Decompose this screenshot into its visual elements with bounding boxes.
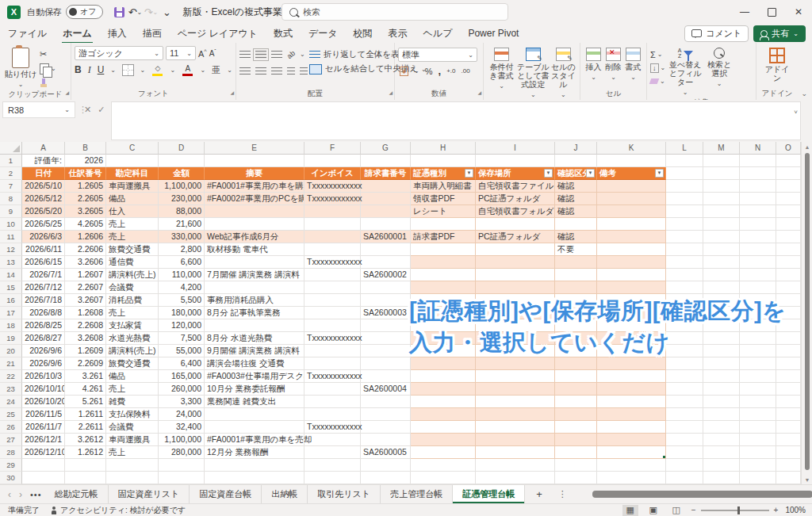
cell[interactable] (304, 345, 361, 357)
row-header-29[interactable]: 29 (0, 459, 22, 472)
cell[interactable] (666, 256, 703, 269)
cell[interactable] (106, 155, 159, 167)
cell[interactable]: 1.2611 (65, 408, 106, 421)
cell[interactable]: 2026/8/27 (22, 332, 65, 345)
cell[interactable]: 車両運搬具 (106, 180, 159, 193)
cell[interactable] (476, 459, 555, 472)
cell[interactable] (476, 434, 555, 446)
cell[interactable]: PC証憑フォルダ (476, 193, 555, 205)
cell[interactable]: 保存場所▼ (476, 167, 555, 180)
cell[interactable] (703, 408, 740, 421)
cell[interactable]: 4,200 (159, 281, 205, 294)
cancel-entry-button[interactable]: ✕ (84, 105, 91, 115)
cell[interactable] (740, 459, 776, 472)
cell[interactable] (703, 421, 740, 434)
column-header-E[interactable]: E (205, 142, 304, 155)
save-button[interactable] (111, 4, 127, 20)
select-all-corner[interactable] (0, 142, 22, 155)
cell[interactable] (740, 205, 776, 218)
cell[interactable] (666, 396, 703, 408)
cell[interactable] (703, 383, 740, 396)
zoom-slider-thumb[interactable] (737, 506, 740, 514)
cell[interactable] (361, 472, 411, 484)
cell[interactable]: 雑費 (106, 396, 159, 408)
cell[interactable] (597, 218, 666, 231)
cell[interactable] (555, 434, 597, 446)
cell[interactable] (361, 193, 411, 205)
ribbon-tab-ページ レイアウト[interactable]: ページ レイアウト (170, 25, 265, 43)
cell[interactable]: 7,500 (159, 332, 205, 345)
cell[interactable] (205, 472, 304, 484)
column-header-I[interactable]: I (476, 142, 555, 155)
cell[interactable] (666, 243, 703, 256)
currency-format-button[interactable]: ¥ (400, 67, 408, 76)
cell[interactable]: 自宅領収書フォルダ (476, 205, 555, 218)
underline-button[interactable]: U (98, 64, 105, 75)
horizontal-scrollbar[interactable]: ▶ (578, 491, 809, 498)
cell[interactable]: 2026/7/12 (22, 281, 65, 294)
cell[interactable] (597, 193, 666, 205)
cell[interactable]: 2026/5/10 (22, 180, 65, 193)
cell[interactable] (411, 269, 476, 281)
sheet-tab-出納帳[interactable]: 出納帳 (262, 485, 308, 503)
cell[interactable] (476, 281, 555, 294)
cell[interactable]: 旅費交通費 (106, 357, 159, 370)
row-header-30[interactable]: 30 (0, 472, 22, 484)
cell[interactable] (205, 421, 304, 434)
undo-button[interactable]: ↶⌄ (127, 4, 143, 20)
row-header-20[interactable]: 20 (0, 345, 22, 357)
cell[interactable]: 2026/5/25 (22, 218, 65, 231)
cell[interactable] (740, 155, 776, 167)
cell[interactable]: 2,800 (159, 243, 205, 256)
column-header-M[interactable]: M (703, 142, 740, 155)
cell[interactable] (666, 383, 703, 396)
ribbon-tab-数式[interactable]: 数式 (266, 25, 300, 43)
cell[interactable] (411, 155, 476, 167)
column-header-D[interactable]: D (159, 142, 205, 155)
dialog-launcher-icon[interactable]: ◢ (477, 88, 481, 98)
cell[interactable] (555, 421, 597, 434)
cell[interactable] (361, 180, 411, 193)
cell[interactable]: 2026 (65, 155, 106, 167)
increase-decimal-button[interactable]: +.0 (446, 67, 455, 75)
cell[interactable]: 水道光熱費 (106, 332, 159, 345)
cell[interactable]: 3.2612 (65, 434, 106, 446)
cell[interactable] (703, 446, 740, 459)
cell[interactable]: 業務関連 雑費支出 (205, 396, 304, 408)
align-top-button[interactable] (239, 51, 251, 59)
cell[interactable]: 3.2607 (65, 294, 106, 307)
font-color-button[interactable]: A (182, 63, 193, 76)
cell[interactable]: 確認 (555, 180, 597, 193)
cell[interactable] (361, 294, 411, 307)
confirm-entry-button[interactable]: ✓ (98, 105, 105, 115)
cell[interactable] (776, 167, 801, 180)
new-sheet-button[interactable]: + (525, 485, 553, 503)
cell[interactable]: 2026/10/3 (22, 370, 65, 383)
cell[interactable] (205, 281, 304, 294)
sheet-tab-総勘定元帳[interactable]: 総勘定元帳 (45, 485, 109, 503)
cell[interactable] (205, 155, 304, 167)
cell[interactable]: 2026/5/20 (22, 205, 65, 218)
cell[interactable]: 売上 (106, 307, 159, 319)
row-header-9[interactable]: 9 (0, 205, 22, 218)
cell[interactable] (740, 218, 776, 231)
cell[interactable] (703, 180, 740, 193)
cell[interactable]: SA2600003 (361, 307, 411, 319)
cell[interactable]: 9月開催 講演業務 講演料 (205, 345, 304, 357)
cell[interactable]: 2026/10/10 (22, 383, 65, 396)
cell[interactable] (304, 307, 361, 319)
cell[interactable] (703, 370, 740, 383)
cell[interactable]: 勘定科目 (106, 167, 159, 180)
cell[interactable] (666, 269, 703, 281)
row-header-17[interactable]: 17 (0, 307, 22, 319)
cell[interactable] (740, 357, 776, 370)
cell[interactable]: Txxxxxxxxxxxx (304, 180, 361, 193)
increase-font-button[interactable]: A^ (198, 48, 207, 59)
cell[interactable] (703, 155, 740, 167)
cell[interactable]: 3.2606 (65, 256, 106, 269)
cell[interactable] (740, 446, 776, 459)
ribbon-tab-Power Pivot[interactable]: Power Pivot (461, 25, 526, 41)
cell[interactable] (703, 205, 740, 218)
name-box[interactable]: R38 ⌄ (2, 101, 75, 118)
cell[interactable] (555, 155, 597, 167)
